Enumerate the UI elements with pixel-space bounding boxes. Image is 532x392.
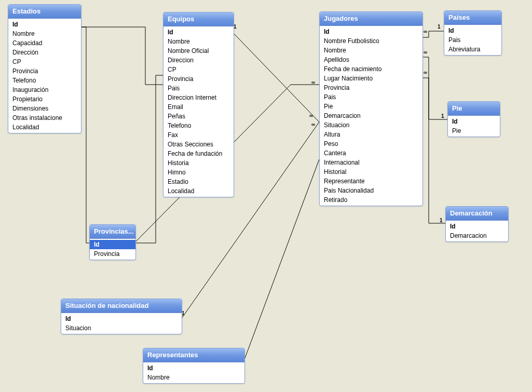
table-field[interactable]: Peñas	[163, 112, 234, 121]
table-field-list: Id Nombre	[143, 362, 244, 383]
table-field[interactable]: Capacidad	[8, 38, 81, 48]
table-title[interactable]: Representantes	[143, 348, 244, 362]
table-field[interactable]: CP	[163, 65, 234, 74]
table-equipos[interactable]: Equipos Id Nombre Nombre Oficial Direcci…	[163, 12, 234, 197]
cardinality-one: 1	[438, 24, 441, 30]
table-field[interactable]: Situacion	[320, 120, 422, 130]
table-field[interactable]: Id	[448, 117, 500, 126]
table-field[interactable]: Nombre	[143, 373, 244, 382]
table-field[interactable]: Dirección	[8, 48, 81, 57]
table-field[interactable]: Id	[143, 363, 244, 373]
table-title[interactable]: Provincias...	[90, 225, 135, 239]
table-field-list: Id Nombre Futbolistico Nombre Apellidos …	[320, 26, 422, 206]
table-field-list: Id Demarcacion	[446, 221, 508, 241]
table-field[interactable]: Id	[61, 314, 182, 323]
table-field[interactable]: Representante	[320, 177, 422, 186]
table-field[interactable]: Peso	[320, 139, 422, 148]
table-field[interactable]: Pais Nacionalidad	[320, 186, 422, 195]
table-field[interactable]: Pie	[448, 126, 500, 136]
cardinality-many: ∞	[424, 70, 427, 75]
table-provincias[interactable]: Provincias... Id Provincia	[89, 224, 136, 260]
table-title[interactable]: Demarcación	[446, 207, 508, 221]
table-field[interactable]: Dimensiones	[8, 104, 81, 113]
table-field[interactable]: Provincia	[320, 83, 422, 92]
table-field[interactable]: Himno	[163, 168, 234, 177]
table-field[interactable]: Inauguración	[8, 85, 81, 94]
table-representantes[interactable]: Representantes Id Nombre	[143, 348, 245, 384]
table-title[interactable]: Situación de nacionalidad	[61, 299, 182, 313]
cardinality-many: ∞	[309, 113, 313, 118]
table-field[interactable]: Otras instalacione	[8, 113, 81, 123]
table-field[interactable]: Nombre Oficial	[163, 46, 234, 56]
table-field[interactable]: Nombre Futbolistico	[320, 36, 422, 46]
table-pie[interactable]: Pie Id Pie	[447, 101, 500, 137]
table-title[interactable]: Paises	[444, 11, 501, 25]
table-field[interactable]: Direccion	[163, 56, 234, 65]
table-title[interactable]: Jugadores	[320, 12, 422, 26]
table-field[interactable]: Fax	[163, 130, 234, 140]
table-field-list: Id Nombre Capacidad Dirección CP Provinc…	[8, 19, 81, 133]
table-field[interactable]: Demarcacion	[446, 231, 508, 240]
table-estadios[interactable]: Estadios Id Nombre Capacidad Dirección C…	[8, 4, 81, 133]
table-field[interactable]: Direccion Internet	[163, 93, 234, 102]
table-field[interactable]: Nombre	[8, 29, 81, 38]
table-field[interactable]: Telefono	[8, 76, 81, 85]
table-field[interactable]: Id	[320, 27, 422, 36]
relationship-diagram-canvas[interactable]: 1 ∞ ∞ ∞ 1 ∞ ∞ ∞ 1 1 1 Estadios Id Nombre…	[0, 0, 532, 392]
table-field[interactable]: CP	[8, 57, 81, 66]
table-demarcacion[interactable]: Demarcación Id Demarcacion	[445, 206, 509, 242]
table-field[interactable]: Lugar Nacimiento	[320, 74, 422, 83]
table-paises[interactable]: Paises Id Pais Abreviatura	[444, 10, 502, 56]
table-field[interactable]: Id	[163, 28, 234, 37]
table-field[interactable]: Demarcacion	[320, 111, 422, 120]
table-field[interactable]: Pie	[320, 102, 422, 111]
cardinality-many: ∞	[424, 49, 427, 55]
table-field[interactable]: Pais	[163, 84, 234, 93]
table-situacion-nacionalidad[interactable]: Situación de nacionalidad Id Situacion	[61, 299, 182, 334]
table-field[interactable]: Nombre	[163, 37, 234, 46]
table-field[interactable]: Localidad	[8, 123, 81, 132]
table-field[interactable]: Estadio	[163, 177, 234, 186]
cardinality-one: 1	[440, 218, 443, 223]
table-title[interactable]: Estadios	[8, 5, 81, 19]
table-field[interactable]: Retirado	[320, 195, 422, 205]
table-field-list: Id Provincia	[90, 239, 135, 260]
table-title[interactable]: Pie	[448, 102, 500, 116]
table-field[interactable]: Pais	[444, 35, 501, 45]
table-field[interactable]: Historial	[320, 167, 422, 177]
table-field-list: Id Situacion	[61, 313, 182, 334]
cardinality-one: 1	[441, 113, 444, 119]
table-title[interactable]: Equipos	[163, 12, 234, 26]
table-field[interactable]: Id	[8, 20, 81, 29]
table-field-selected[interactable]: Id	[90, 240, 135, 249]
table-field[interactable]: Fecha de nacimiento	[320, 64, 422, 74]
table-field[interactable]: Cantera	[320, 148, 422, 158]
table-field[interactable]: Telefono	[163, 121, 234, 130]
table-jugadores[interactable]: Jugadores Id Nombre Futbolistico Nombre …	[319, 11, 423, 206]
table-field[interactable]: Id	[444, 26, 501, 35]
table-field[interactable]: Historia	[163, 158, 234, 168]
cardinality-many: ∞	[311, 121, 315, 127]
table-field[interactable]: Provincia	[8, 66, 81, 76]
table-field[interactable]: Pais	[320, 92, 422, 102]
table-field[interactable]: Provincia	[163, 74, 234, 84]
cardinality-many: ∞	[424, 29, 427, 34]
table-field[interactable]: Localidad	[163, 186, 234, 196]
table-field-list: Id Pie	[448, 116, 500, 137]
table-field[interactable]: Otras Secciones	[163, 140, 234, 149]
table-field[interactable]: Internacional	[320, 158, 422, 167]
table-field[interactable]: Altura	[320, 130, 422, 139]
table-field-list: Id Pais Abreviatura	[444, 25, 501, 55]
table-field[interactable]: Provincia	[90, 249, 135, 259]
table-field[interactable]: Situacion	[61, 323, 182, 333]
table-field[interactable]: Email	[163, 102, 234, 112]
table-field[interactable]: Apellidos	[320, 55, 422, 64]
table-field[interactable]: Abreviatura	[444, 45, 501, 54]
table-field-list: Id Nombre Nombre Oficial Direccion CP Pr…	[163, 26, 234, 197]
table-field[interactable]: Nombre	[320, 46, 422, 55]
table-field[interactable]: Fecha de fundación	[163, 149, 234, 158]
table-field[interactable]: Id	[446, 222, 508, 231]
cardinality-many: ∞	[311, 79, 315, 85]
table-field[interactable]: Propietario	[8, 94, 81, 104]
